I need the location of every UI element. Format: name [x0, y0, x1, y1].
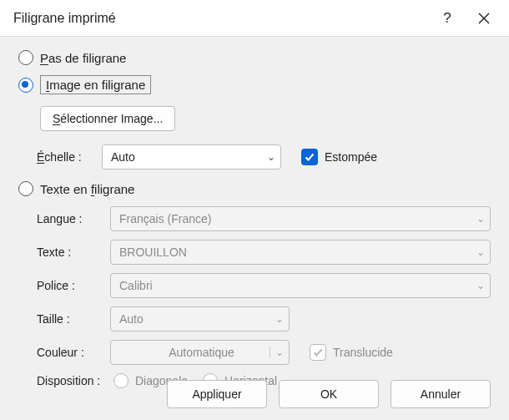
label-no-watermark: Pas de filigrane — [40, 51, 126, 65]
size-label: Taille : — [18, 312, 110, 326]
translucent-checkbox — [310, 344, 326, 361]
text-value: BROUILLON — [119, 245, 187, 259]
font-value: Calibri — [119, 279, 153, 292]
font-label: Police : — [18, 279, 110, 292]
language-label: Langue : — [18, 212, 110, 225]
language-select: Français (France) ⌄ — [110, 206, 491, 231]
option-image-watermark[interactable]: Image en filigrane — [18, 75, 491, 94]
washout-label: Estompée — [325, 150, 377, 164]
check-icon — [312, 347, 324, 358]
radio-no-watermark[interactable] — [18, 50, 33, 65]
cancel-button[interactable]: Annuler — [391, 380, 491, 408]
label-image-watermark: Image en filigrane — [40, 75, 151, 94]
color-value: Automatique — [169, 346, 234, 359]
apply-button[interactable]: Appliquer — [167, 380, 267, 408]
language-row: Langue : Français (France) ⌄ — [18, 206, 491, 231]
size-select: Auto ⌄ — [110, 306, 290, 331]
color-label: Couleur : — [18, 346, 110, 359]
radio-text-watermark[interactable] — [18, 181, 33, 196]
layout-label: Disposition : — [18, 374, 110, 387]
color-select: Automatique ⌄ — [110, 340, 290, 365]
chevron-down-icon: ⌄ — [267, 151, 275, 163]
translucent-label: Translucide — [333, 346, 393, 359]
chevron-down-icon: ⌄ — [275, 313, 284, 325]
label-text-watermark: Texte en filigrane — [40, 182, 134, 196]
radio-diagonal — [113, 373, 129, 388]
language-value: Français (France) — [119, 212, 211, 225]
size-value: Auto — [119, 312, 144, 326]
select-image-button[interactable]: Sélectionner Image... — [40, 106, 175, 131]
color-row: Couleur : Automatique ⌄ Translucide — [18, 340, 491, 365]
scale-row: Échelle : Auto ⌄ Estompée — [18, 144, 491, 170]
text-label: Texte : — [18, 245, 110, 259]
ok-button[interactable]: OK — [279, 380, 379, 408]
font-row: Police : Calibri ⌄ — [18, 273, 491, 298]
size-row: Taille : Auto ⌄ — [18, 306, 491, 331]
scale-value: Auto — [111, 150, 135, 164]
chevron-down-icon: ⌄ — [270, 347, 284, 358]
dialog-footer: Appliquer OK Annuler — [167, 380, 491, 408]
font-select: Calibri ⌄ — [110, 273, 491, 298]
option-text-watermark[interactable]: Texte en filigrane — [18, 181, 491, 196]
chevron-down-icon: ⌄ — [476, 213, 485, 225]
close-icon — [478, 13, 490, 24]
text-row: Texte : BROUILLON ⌄ — [18, 240, 491, 265]
dialog-title: Filigrane imprimé — [13, 11, 429, 26]
titlebar: Filigrane imprimé ? — [0, 0, 509, 37]
scale-label: Échelle : — [18, 150, 102, 164]
chevron-down-icon: ⌄ — [476, 280, 485, 291]
radio-image-watermark[interactable] — [18, 78, 33, 93]
image-section: Sélectionner Image... — [18, 106, 491, 131]
close-button[interactable] — [466, 0, 502, 37]
option-no-watermark[interactable]: Pas de filigrane — [18, 50, 491, 65]
scale-select[interactable]: Auto ⌄ — [102, 144, 281, 170]
check-icon — [304, 151, 315, 163]
help-button[interactable]: ? — [429, 0, 466, 37]
dialog-content: Pas de filigrane Image en filigrane Séle… — [0, 37, 509, 388]
chevron-down-icon: ⌄ — [476, 246, 485, 258]
washout-checkbox[interactable] — [301, 149, 318, 165]
text-select: BROUILLON ⌄ — [110, 240, 491, 265]
